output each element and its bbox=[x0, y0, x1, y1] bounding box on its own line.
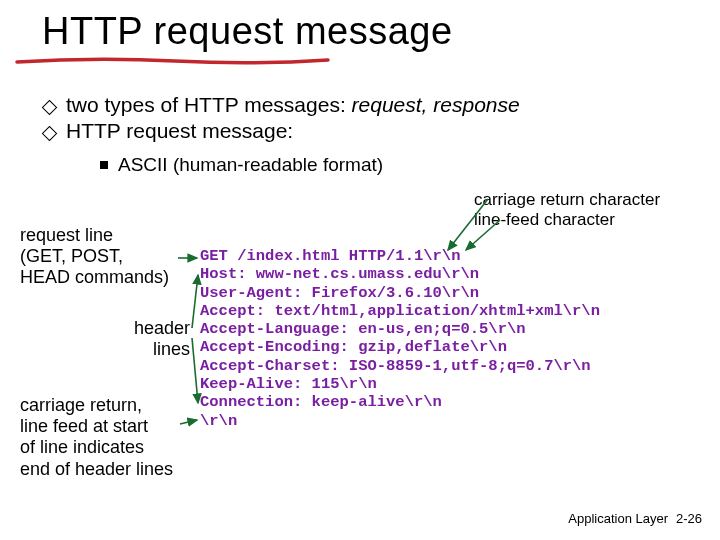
annotation-header-lines: header lines bbox=[130, 318, 190, 360]
annotation-end-of-headers: carriage return, line feed at start of l… bbox=[20, 395, 173, 480]
bullet-item: two types of HTTP messages: request, res… bbox=[44, 92, 520, 118]
bullet-emphasis: request, response bbox=[352, 93, 520, 116]
svg-line-5 bbox=[180, 420, 197, 424]
bullet-list: two types of HTTP messages: request, res… bbox=[44, 92, 520, 145]
http-request-code: GET /index.html HTTP/1.1\r\n Host: www-n… bbox=[200, 247, 600, 430]
footer-page-number: 2-26 bbox=[676, 511, 702, 526]
diamond-icon bbox=[44, 102, 56, 114]
svg-line-3 bbox=[192, 275, 198, 328]
bullet-text: HTTP request message: bbox=[66, 118, 293, 144]
footer-label: Application Layer bbox=[568, 511, 668, 526]
annotation-request-line: request line (GET, POST, HEAD commands) bbox=[20, 225, 169, 289]
bullet-item: HTTP request message: bbox=[44, 118, 520, 144]
square-icon bbox=[100, 161, 108, 169]
title-underline bbox=[15, 56, 330, 68]
slide-title: HTTP request message bbox=[42, 10, 453, 53]
diamond-icon bbox=[44, 128, 56, 140]
sub-bullet-text: ASCII (human-readable format) bbox=[118, 154, 383, 175]
sub-bullet-item: ASCII (human-readable format) bbox=[100, 154, 383, 176]
annotation-crlf: carriage return character line-feed char… bbox=[474, 190, 660, 230]
svg-line-4 bbox=[192, 338, 198, 403]
bullet-text: two types of HTTP messages: bbox=[66, 93, 352, 116]
